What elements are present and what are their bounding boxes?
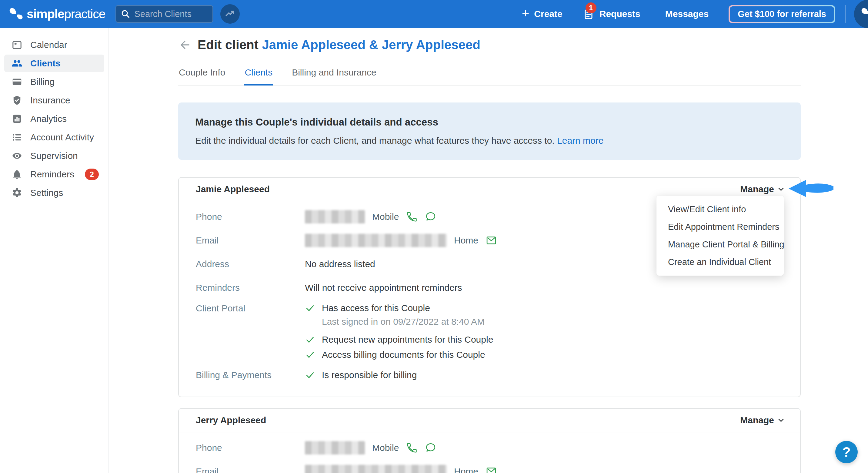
sidebar-item-billing[interactable]: Billing: [4, 73, 104, 91]
email-type: Home: [454, 466, 478, 473]
banner-body: Edit the individual details for each Cli…: [195, 136, 784, 146]
messages-button[interactable]: Messages: [660, 9, 709, 19]
phone-row: Phone Mobile: [196, 436, 783, 460]
portal-access-item: Has access for this Couple: [305, 301, 783, 315]
call-icon[interactable]: [406, 442, 417, 453]
reminders-value: Will not receive appointment reminders: [305, 283, 783, 293]
manage-button-jamie[interactable]: Manage: [740, 184, 785, 194]
phone-label: Phone: [196, 443, 305, 453]
bell-icon: [11, 169, 23, 180]
email-type: Home: [454, 235, 478, 245]
requests-badge: 1: [586, 2, 596, 13]
manage-dropdown-menu: View/Edit Client info Edit Appointment R…: [656, 196, 784, 276]
check-icon: [305, 334, 315, 345]
create-button[interactable]: + Create: [522, 9, 562, 19]
email-icon[interactable]: [486, 466, 497, 473]
billing-responsible-item: Is responsible for billing: [305, 368, 783, 382]
address-label: Address: [196, 259, 305, 269]
chevron-down-icon: [776, 185, 785, 194]
portal-request-item: Request new appointments for this Couple: [305, 333, 783, 346]
search-input[interactable]: [134, 9, 204, 19]
client-card-body: Phone Mobile Email: [179, 432, 800, 473]
insights-button[interactable]: [220, 4, 240, 24]
tab-billing-insurance[interactable]: Billing and Insurance: [291, 67, 377, 85]
manage-button-jerry[interactable]: Manage: [740, 415, 785, 425]
sidebar-item-calendar[interactable]: Calendar: [4, 36, 104, 54]
redacted-email-value: [305, 234, 447, 247]
email-icon[interactable]: [486, 235, 497, 246]
help-button[interactable]: ?: [835, 441, 858, 463]
reminders-badge: 2: [85, 169, 99, 180]
butterfly-logo-icon: [8, 7, 24, 21]
main-content: Edit client Jamie Appleseed & Jerry Appl…: [109, 28, 868, 473]
trending-icon: [224, 8, 236, 20]
account-avatar[interactable]: [854, 0, 868, 28]
menu-item-edit-appointment-reminders[interactable]: Edit Appointment Reminders: [656, 218, 784, 236]
eye-icon: [11, 150, 23, 161]
phone-label: Phone: [196, 212, 305, 222]
tab-bar: Couple Info Clients Billing and Insuranc…: [178, 67, 801, 86]
email-label: Email: [196, 466, 305, 473]
page-header: Edit client Jamie Appleseed & Jerry Appl…: [178, 38, 801, 52]
menu-item-manage-client-portal-billing[interactable]: Manage Client Portal & Billing: [656, 236, 784, 253]
tab-couple-info[interactable]: Couple Info: [178, 67, 226, 85]
top-navbar: simplepractice + Create 1 Requests Messa…: [0, 0, 868, 28]
check-icon: [305, 370, 315, 380]
menu-item-create-individual-client[interactable]: Create an Individual Client: [656, 253, 784, 271]
client-card-jamie: Jamie Appleseed Manage View/Edit Client …: [178, 177, 801, 397]
navbar-divider: [845, 5, 845, 23]
learn-more-link[interactable]: Learn more: [557, 136, 603, 146]
butterfly-avatar-icon: [861, 7, 868, 21]
sidebar-item-analytics[interactable]: Analytics: [4, 110, 104, 128]
page-title: Edit client Jamie Appleseed & Jerry Appl…: [197, 38, 480, 52]
billing-payments-label: Billing & Payments: [196, 370, 305, 380]
client-card-jerry: Jerry Appleseed Manage Phone Mobile: [178, 408, 801, 473]
portal-billing-docs-item: Access billing documents for this Couple: [305, 348, 783, 361]
back-button[interactable]: [178, 38, 191, 52]
sidebar: Calendar Clients Billing Insurance Analy…: [0, 28, 109, 473]
couple-name: Jamie Appleseed & Jerry Appleseed: [262, 38, 480, 52]
activity-list-icon: [11, 132, 23, 143]
client-name: Jerry Appleseed: [196, 415, 266, 425]
billing-payments-row: Billing & Payments Is responsible for bi…: [196, 363, 783, 387]
menu-item-view-edit-client-info[interactable]: View/Edit Client info: [656, 200, 784, 218]
redacted-phone-value: [305, 210, 365, 224]
sidebar-item-supervision[interactable]: Supervision: [4, 147, 104, 165]
redacted-phone-value: [305, 441, 365, 454]
referral-button[interactable]: Get $100 for referrals: [728, 5, 835, 23]
annotation-arrow-icon: [788, 179, 834, 198]
back-arrow-icon: [179, 39, 191, 51]
sidebar-item-settings[interactable]: Settings: [4, 184, 104, 202]
brand-name: simplepractice: [27, 7, 105, 21]
search-icon: [120, 9, 131, 19]
gear-icon: [11, 187, 23, 198]
sms-icon[interactable]: [425, 211, 436, 223]
tab-clients[interactable]: Clients: [244, 67, 273, 86]
shield-check-icon: [11, 95, 23, 106]
plus-icon: +: [522, 9, 529, 18]
client-card-header: Jerry Appleseed Manage: [179, 409, 800, 432]
check-icon: [305, 303, 315, 313]
brand-logo[interactable]: simplepractice: [8, 7, 105, 21]
chevron-down-icon: [776, 416, 785, 425]
redacted-email-value: [305, 465, 447, 473]
sidebar-item-reminders[interactable]: Reminders 2: [4, 166, 104, 183]
info-banner: Manage this Couple's individual details …: [178, 102, 801, 160]
client-portal-row: Client Portal Has access for this Couple…: [196, 300, 783, 363]
client-search-box[interactable]: [116, 5, 213, 23]
call-icon[interactable]: [406, 211, 417, 223]
sidebar-item-insurance[interactable]: Insurance: [4, 92, 104, 109]
calendar-icon: [11, 39, 23, 50]
app-root: simplepractice + Create 1 Requests Messa…: [0, 0, 868, 473]
check-icon: [305, 350, 315, 360]
sidebar-item-account-activity[interactable]: Account Activity: [4, 128, 104, 146]
phone-type: Mobile: [372, 443, 399, 453]
phone-type: Mobile: [372, 212, 399, 222]
requests-button[interactable]: 1 Requests: [583, 8, 641, 20]
clients-icon: [11, 58, 23, 69]
email-row: Email Home: [196, 460, 783, 473]
sms-icon[interactable]: [425, 442, 436, 453]
client-name: Jamie Appleseed: [196, 184, 270, 194]
sidebar-item-clients[interactable]: Clients: [4, 55, 104, 72]
last-signin-note: Last signed in on 09/27/2022 at 8:40 AM: [322, 317, 783, 327]
